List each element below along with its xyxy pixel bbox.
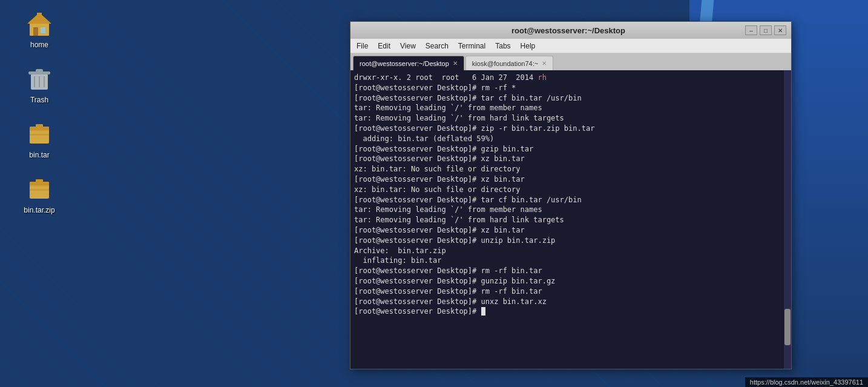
- tab-kiosk[interactable]: kiosk@foundation74:~ ✕: [465, 56, 553, 70]
- terminal-content[interactable]: drwxr-xr-x. 2 root root 6 Jan 27 2014 rh…: [350, 70, 791, 369]
- menu-help[interactable]: Help: [517, 41, 539, 51]
- svg-rect-21: [30, 189, 49, 191]
- trash-icon: [25, 64, 54, 93]
- terminal-line-12: xz: bin.tar: No such file or directory: [354, 185, 787, 195]
- menu-file[interactable]: File: [353, 41, 372, 51]
- home-icon: [25, 9, 54, 38]
- svg-rect-2: [41, 27, 45, 33]
- minimize-button[interactable]: –: [745, 25, 757, 35]
- title-bar: root@westosserver:~/Desktop – □ ✕: [350, 22, 791, 39]
- tab-close-2[interactable]: ✕: [542, 60, 547, 67]
- archive-icon-2: [25, 174, 54, 203]
- svg-rect-20: [30, 185, 49, 187]
- bin-tar-zip-label: bin.tar.zip: [24, 206, 54, 214]
- terminal-line-1: drwxr-xr-x. 2 root root 6 Jan 27 2014 rh: [354, 73, 787, 83]
- svg-rect-16: [30, 137, 49, 139]
- terminal-line-22: [root@westosserver Desktop]# rm -rf bin.…: [354, 286, 787, 297]
- menu-tabs[interactable]: Tabs: [492, 41, 514, 51]
- svg-rect-7: [36, 69, 43, 72]
- desktop-icon-home[interactable]: home: [9, 6, 70, 52]
- window-controls: – □ ✕: [745, 25, 786, 35]
- close-button[interactable]: ✕: [774, 25, 786, 35]
- svg-rect-19: [36, 179, 43, 183]
- terminal-line-18: Archive: bin.tar.zip: [354, 246, 787, 256]
- desktop-icon-trash[interactable]: Trash: [9, 61, 70, 107]
- tab-label-1: root@westosserver:~/Desktop: [360, 60, 449, 67]
- terminal-line-2: [root@westosserver Desktop]# rm -rf *: [354, 83, 787, 93]
- terminal-line-20: [root@westosserver Desktop]# rm -rf bin.…: [354, 266, 787, 276]
- svg-rect-1: [33, 27, 38, 36]
- terminal-window: root@westosserver:~/Desktop – □ ✕ File E…: [350, 21, 792, 369]
- terminal-line-3: [root@westosserver Desktop]# tar cf bin.…: [354, 93, 787, 104]
- window-title: root@westosserver:~/Desktop: [392, 26, 745, 35]
- terminal-line-4: tar: Removing leading `/' from member na…: [354, 103, 787, 113]
- desktop-icons: home Trash: [0, 0, 79, 387]
- svg-rect-15: [30, 134, 49, 136]
- terminal-line-11: [root@westosserver Desktop]# xz bin.tar: [354, 174, 787, 185]
- menu-view[interactable]: View: [396, 41, 419, 51]
- terminal-line-10: xz: bin.tar: No such file or directory: [354, 164, 787, 174]
- terminal-line-23: [root@westosserver Desktop]# unxz bin.ta…: [354, 297, 787, 307]
- terminal-line-6: [root@westosserver Desktop]# zip -r bin.…: [354, 124, 787, 134]
- desktop-icon-bin-tar[interactable]: bin.tar: [9, 116, 70, 162]
- status-url: https://blog.csdn.net/weixin_43397611: [750, 379, 863, 386]
- svg-rect-22: [30, 193, 49, 194]
- tab-label-2: kiosk@foundation74:~: [472, 60, 538, 67]
- terminal-line-15: tar: Removing leading `/' from hard link…: [354, 215, 787, 225]
- bin-tar-label: bin.tar: [29, 151, 49, 159]
- terminal-line-13: [root@westosserver Desktop]# tar cf bin.…: [354, 195, 787, 205]
- menu-terminal[interactable]: Terminal: [455, 41, 489, 51]
- scrollbar-thumb[interactable]: [784, 309, 791, 345]
- tab-close-1[interactable]: ✕: [453, 60, 458, 67]
- terminal-line-5: tar: Removing leading `/' from hard link…: [354, 113, 787, 124]
- status-bar: https://blog.csdn.net/weixin_43397611: [745, 377, 868, 387]
- svg-rect-14: [30, 130, 49, 132]
- trash-icon-label: Trash: [30, 96, 48, 104]
- terminal-line-14: tar: Removing leading `/' from member na…: [354, 205, 787, 215]
- maximize-button[interactable]: □: [760, 25, 772, 35]
- desktop-icon-bin-tar-zip[interactable]: bin.tar.zip: [9, 171, 70, 217]
- menu-bar: File Edit View Search Terminal Tabs Help: [350, 39, 791, 53]
- archive-icon-1: [25, 119, 54, 148]
- terminal-line-16: [root@westosserver Desktop]# xz bin.tar: [354, 225, 787, 236]
- terminal-line-24: [root@westosserver Desktop]#: [354, 306, 787, 317]
- svg-rect-0: [30, 22, 49, 36]
- terminal-line-19: inflating: bin.tar: [354, 256, 787, 266]
- menu-edit[interactable]: Edit: [374, 41, 394, 51]
- tabs-bar: root@westosserver:~/Desktop ✕ kiosk@foun…: [350, 53, 791, 70]
- home-icon-label: home: [30, 41, 48, 49]
- terminal-line-17: [root@westosserver Desktop]# unzip bin.t…: [354, 236, 787, 246]
- terminal-line-9: [root@westosserver Desktop]# xz bin.tar: [354, 154, 787, 164]
- terminal-line-21: [root@westosserver Desktop]# gunzip bin.…: [354, 276, 787, 286]
- terminal-line-7: adding: bin.tar (deflated 59%): [354, 134, 787, 144]
- svg-rect-4: [37, 13, 42, 19]
- terminal-line-8: [root@westosserver Desktop]# gzip bin.ta…: [354, 144, 787, 154]
- menu-search[interactable]: Search: [422, 41, 452, 51]
- scrollbar[interactable]: [784, 70, 791, 369]
- svg-rect-13: [36, 124, 43, 128]
- tab-root-desktop[interactable]: root@westosserver:~/Desktop ✕: [353, 56, 464, 70]
